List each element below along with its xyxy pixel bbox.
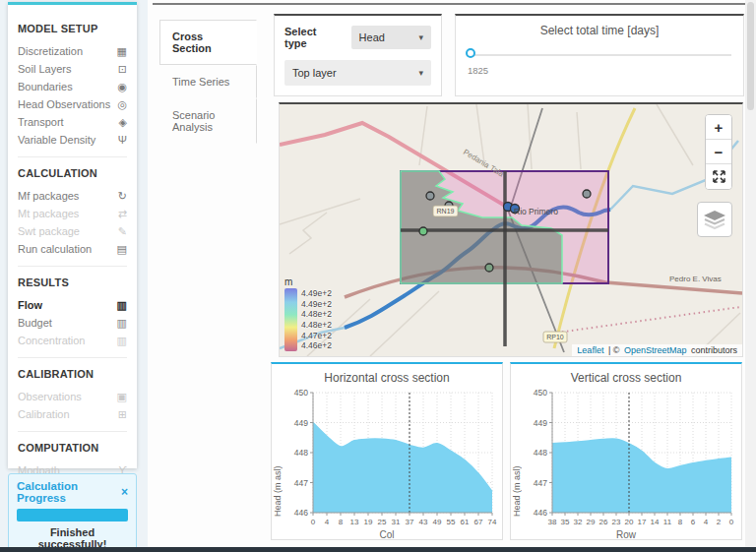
exchange-icon: ⇄ [113,208,127,220]
section-title: CALIBRATION [18,368,127,380]
legend-unit: m [284,276,332,287]
svg-text:6: 6 [691,518,696,526]
chart-plot-area: 4464474484494503835322926232017141186420 [523,387,741,530]
app-page: MODEL SETUP Discretization ▦ Soil Layers… [0,0,756,552]
page-scrollbar[interactable] [745,0,756,547]
progress-bar [17,509,128,521]
svg-text:450: 450 [534,388,547,398]
total-time-title: Select total time [days] [468,24,731,37]
transport-icon: ◈ [113,116,127,129]
time-slider-handle[interactable] [466,48,475,58]
density-icon: Ψ [113,134,127,146]
sidebar-item-boundaries[interactable]: Boundaries ◉ [18,78,127,95]
sidebar-item-discretization[interactable]: Discretization ▦ [18,42,127,60]
leaflet-link[interactable]: Leaflet [577,345,603,355]
svg-text:447: 447 [294,478,308,488]
svg-text:14: 14 [651,518,660,526]
svg-text:0: 0 [729,518,734,526]
main-top-border [153,3,745,5]
chart-icon: ▥ [113,299,127,312]
run-icon: ▤ [113,243,127,256]
fullscreen-icon [713,170,725,183]
chart-title: Vertical cross section [511,364,741,387]
tab-time-series[interactable]: Time Series [159,65,257,98]
progress-title: Calculation Progress [17,480,121,504]
section-title: MODEL SETUP [18,23,127,34]
svg-text:4: 4 [704,518,709,526]
svg-text:26: 26 [599,518,608,526]
sidebar-item-calibration[interactable]: Calibration ⊞ [18,405,127,423]
tab-scenario-analysis[interactable]: Scenario Analysis [159,98,257,144]
well-marker[interactable] [419,227,427,235]
svg-text:446: 446 [534,508,547,518]
sidebar-item-swt-package[interactable]: Swt package ✎ [18,222,127,240]
fullscreen-button[interactable] [706,164,731,189]
sidebar-item-flow[interactable]: Flow ▥ [18,296,127,314]
well-marker[interactable] [485,264,493,272]
svg-text:35: 35 [561,518,570,526]
chart-icon: ▥ [113,335,127,347]
zoom-out-button[interactable]: − [706,140,731,164]
caret-down-icon: ▾ [418,32,423,42]
svg-text:8: 8 [678,518,683,526]
section-title: COMPUTATION [18,442,127,454]
close-icon[interactable]: × [121,485,128,499]
y-axis-label: Head (m asl) [273,400,283,517]
calendar-icon: ▦ [113,45,127,58]
type-dropdown[interactable]: Head ▾ [351,26,431,49]
section-calibration: CALIBRATION Observations ▣ Calibration ⊞ [18,358,127,432]
marker-icon: ◉ [113,81,127,93]
svg-text:0: 0 [311,518,316,526]
expand-icon: ⊡ [113,63,127,76]
horizontal-cross-section-chart: Horizontal cross section Head (m asl) 44… [271,362,503,540]
pencil-icon: ✎ [113,225,127,238]
layer-dropdown[interactable]: Top layer ▾ [284,60,431,86]
sidebar-item-observations[interactable]: Observations ▣ [18,388,127,405]
caret-down-icon: ▾ [418,68,423,78]
section-title: CALCULATION [18,167,127,179]
svg-text:19: 19 [364,518,373,526]
time-slider-track[interactable] [468,54,731,56]
svg-text:20: 20 [625,518,634,526]
scrollbar-thumb[interactable] [747,2,754,110]
sidebar-item-variable-density[interactable]: Variable Density Ψ [18,131,127,149]
sidebar-item-mt-packages[interactable]: Mt packages ⇄ [18,205,127,222]
well-marker[interactable] [583,190,591,198]
svg-text:29: 29 [587,518,596,526]
sidebar-item-budget[interactable]: Budget ▥ [18,314,127,332]
type-dropdown-value: Head [359,31,385,43]
svg-text:RN19: RN19 [437,208,455,215]
svg-text:447: 447 [534,478,547,488]
zoom-in-button[interactable]: + [706,115,731,140]
sidebar-item-concentration[interactable]: Concentration ▥ [18,332,127,349]
svg-text:67: 67 [474,518,483,526]
chart-title: Horizontal cross section [272,364,502,387]
svg-text:38: 38 [548,518,557,526]
svg-text:450: 450 [294,388,308,398]
sidebar-item-mf-packages[interactable]: Mf packages ↻ [18,187,127,205]
tab-cross-section[interactable]: Cross Section [159,20,257,65]
section-calculation: CALCULATION Mf packages ↻ Mt packages ⇄ … [18,157,127,267]
well-marker[interactable] [426,192,434,200]
svg-text:31: 31 [392,518,401,526]
svg-text:37: 37 [406,518,414,526]
bottom-bar [0,547,756,552]
layers-button[interactable] [697,202,732,237]
select-type-label: Select type [284,26,342,49]
map-canvas[interactable]: Pedania Tala Rio Primero RN19 RP10 Pedro… [280,104,742,356]
sidebar-item-head-observations[interactable]: Head Observations ◎ [18,95,127,113]
sidebar-item-transport[interactable]: Transport ◈ [18,113,127,131]
svg-text:RP10: RP10 [546,334,564,340]
sidebar-item-run-calculation[interactable]: Run calculation ▤ [18,240,127,258]
section-model-setup: MODEL SETUP Discretization ▦ Soil Layers… [18,13,127,157]
svg-text:17: 17 [638,518,647,526]
svg-text:32: 32 [574,518,583,526]
calculator-icon: ⊞ [113,408,127,421]
vertical-cross-section-chart: Vertical cross section Head (m asl) 4464… [510,362,742,540]
svg-text:2: 2 [717,518,722,526]
osm-link[interactable]: OpenStreetMap [624,345,687,355]
map-attribution: Leaflet | © OpenStreetMap contributors [572,344,742,356]
chart-icon: ▥ [113,317,127,330]
total-time-panel: Select total time [days] 1825 [455,14,744,96]
sidebar-item-soil-layers[interactable]: Soil Layers ⊡ [18,60,127,78]
